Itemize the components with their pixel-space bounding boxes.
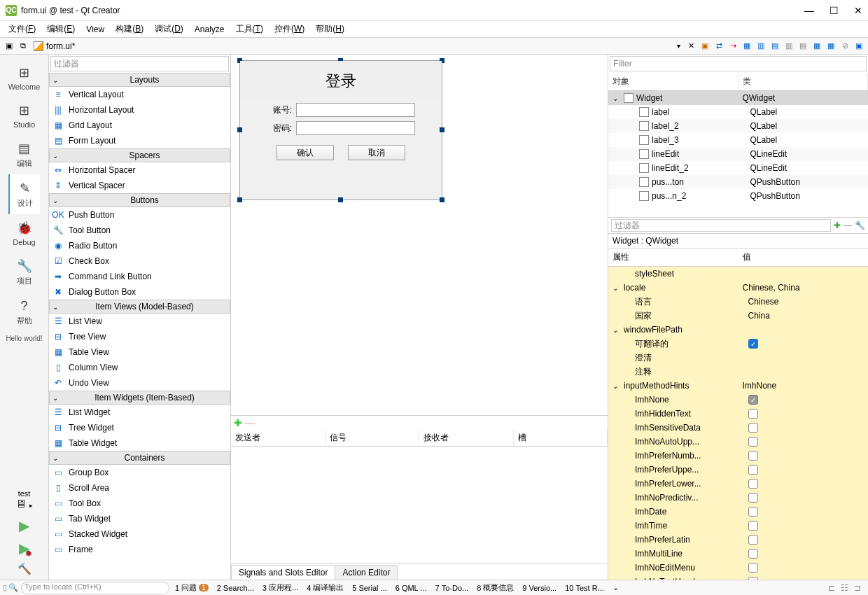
property-row[interactable]: 注释 bbox=[608, 365, 868, 379]
widget-item[interactable]: ⇔Horizontal Spacer bbox=[49, 162, 230, 178]
property-row[interactable]: ImhNone✓ bbox=[608, 393, 868, 407]
widget-item[interactable]: ↶Undo View bbox=[49, 375, 230, 391]
checkbox[interactable] bbox=[748, 423, 758, 433]
widget-category[interactable]: ⌄Spacers bbox=[49, 148, 230, 162]
adjust-size-icon[interactable]: ▣ bbox=[853, 40, 865, 52]
checkbox[interactable] bbox=[748, 409, 758, 419]
remove-property-icon[interactable]: — bbox=[844, 220, 852, 230]
property-row[interactable]: ImhPreferNumb... bbox=[608, 449, 868, 463]
menu-item[interactable]: 工具(T) bbox=[230, 21, 269, 37]
widget-item[interactable]: ⊟Tree Widget bbox=[49, 420, 230, 435]
account-label[interactable]: 账号: bbox=[267, 104, 292, 116]
mode-debug[interactable]: 🐞Debug bbox=[8, 214, 41, 252]
checkbox[interactable] bbox=[748, 535, 758, 545]
object-inspector-tree[interactable]: ⌄WidgetQWidgetlabelQLabellabel_2QLabella… bbox=[608, 91, 868, 217]
checkbox[interactable] bbox=[748, 493, 758, 503]
property-row[interactable]: 语言Chinese bbox=[608, 295, 868, 309]
add-property-icon[interactable]: ✚ bbox=[834, 220, 841, 230]
property-row[interactable]: 国家China bbox=[608, 309, 868, 323]
widget-item[interactable]: ≡Vertical Layout bbox=[49, 87, 230, 102]
widget-item[interactable]: ▯Scroll Area bbox=[49, 480, 230, 496]
sigslot-column[interactable]: 发送者 bbox=[231, 430, 326, 446]
statusbar-left-icon[interactable]: ▯ bbox=[3, 583, 7, 592]
mode-设计[interactable]: ✎设计 bbox=[8, 174, 41, 214]
locator[interactable]: 🔍 Type to locate (Ctrl+K) bbox=[8, 582, 169, 594]
widget-item[interactable]: |||Horizontal Layout bbox=[49, 102, 230, 118]
property-row[interactable]: ImhMultiLine bbox=[608, 547, 868, 561]
property-row[interactable]: 可翻译的✓ bbox=[608, 337, 868, 351]
widget-item[interactable]: ▦Grid Layout bbox=[49, 118, 230, 133]
widget-category[interactable]: ⌄Layouts bbox=[49, 73, 230, 87]
kit-selector[interactable]: test 🖥 ▸ bbox=[0, 486, 48, 513]
widget-category[interactable]: ⌄Containers bbox=[49, 451, 230, 465]
build-icon[interactable]: 🔨 bbox=[18, 562, 31, 575]
menu-item[interactable]: Analyze bbox=[189, 22, 230, 36]
property-filter[interactable]: 过滤器 bbox=[611, 219, 831, 232]
close-icon[interactable]: ✕ bbox=[854, 5, 862, 16]
mode-帮助[interactable]: ?帮助 bbox=[8, 292, 41, 332]
menu-item[interactable]: 文件(F) bbox=[3, 21, 41, 37]
widget-item[interactable]: ▭Tool Box bbox=[49, 496, 230, 511]
checkbox[interactable] bbox=[748, 479, 758, 489]
property-row[interactable]: ImhTime bbox=[608, 519, 868, 533]
widget-item[interactable]: ⇕Vertical Spacer bbox=[49, 178, 230, 193]
object-row[interactable]: label_3QLabel bbox=[608, 133, 868, 147]
maximize-icon[interactable]: ☐ bbox=[830, 5, 839, 16]
checkbox[interactable] bbox=[748, 507, 758, 517]
property-row[interactable]: ImhSensitiveData bbox=[608, 421, 868, 435]
checkbox[interactable] bbox=[748, 577, 758, 580]
widget-item[interactable]: ☑Check Box bbox=[49, 253, 230, 269]
expand-icon[interactable]: ⌄ bbox=[612, 284, 621, 292]
remove-icon[interactable]: — bbox=[245, 417, 255, 428]
menu-item[interactable]: View bbox=[80, 22, 110, 36]
property-row[interactable]: ImhNoAutoUpp... bbox=[608, 435, 868, 449]
property-row[interactable]: ImhPreferLower... bbox=[608, 477, 868, 491]
widget-item[interactable]: ☰List View bbox=[49, 314, 230, 329]
widget-item[interactable]: ▭Stacked Widget bbox=[49, 526, 230, 542]
chevron-down-icon[interactable]: ▾ bbox=[677, 42, 680, 50]
wrench-icon[interactable]: 🔧 bbox=[855, 220, 865, 230]
widget-item[interactable]: ▦Table Widget bbox=[49, 435, 230, 451]
output-pane-tab[interactable]: 5 Serial ... bbox=[348, 582, 391, 593]
widget-item[interactable]: ☰List Widget bbox=[49, 405, 230, 420]
property-grid[interactable]: styleSheet⌄localeChinese, China语言Chinese… bbox=[608, 267, 868, 580]
toolbar-copy-icon[interactable]: ⧉ bbox=[17, 40, 29, 52]
menu-item[interactable]: 帮助(H) bbox=[310, 21, 350, 37]
widget-item[interactable]: 🔧Tool Button bbox=[49, 223, 230, 238]
form-title-label[interactable]: 登录 bbox=[240, 61, 442, 99]
form-widget[interactable]: 登录 账号: 密码: 确认 取消 bbox=[239, 60, 442, 200]
layout-h-split-icon[interactable]: ▥ bbox=[783, 40, 795, 52]
property-row[interactable]: ⌄inputMethodHintsImhNone bbox=[608, 379, 868, 393]
output-pane-tab[interactable]: 10 Test R... bbox=[561, 582, 608, 593]
object-row[interactable]: labelQLabel bbox=[608, 105, 868, 119]
checkbox[interactable]: ✓ bbox=[748, 395, 758, 405]
checkbox[interactable] bbox=[748, 521, 758, 531]
obj-column[interactable]: 对象 bbox=[608, 73, 738, 90]
widgetbox-list[interactable]: ⌄Layouts≡Vertical Layout|||Horizontal La… bbox=[49, 73, 230, 580]
output-pane-tab[interactable]: 7 To-Do... bbox=[431, 582, 473, 593]
checkbox[interactable] bbox=[748, 465, 758, 475]
property-row[interactable]: ImhHiddenText bbox=[608, 407, 868, 421]
output-pane-tab[interactable]: 9 Versio... bbox=[518, 582, 561, 593]
checkbox[interactable] bbox=[748, 563, 758, 573]
debug-run-icon[interactable]: ▶🐞 bbox=[19, 540, 29, 556]
resize-handle[interactable] bbox=[440, 197, 444, 202]
locator-input[interactable]: Type to locate (Ctrl+K) bbox=[21, 582, 169, 594]
property-row[interactable]: ImhPreferUppe... bbox=[608, 463, 868, 477]
mode-studio[interactable]: ⊞Studio bbox=[8, 97, 41, 134]
widget-item[interactable]: ▤Form Layout bbox=[49, 133, 230, 148]
output-pane-tab[interactable]: 8 概要信息 bbox=[472, 582, 518, 593]
property-row[interactable]: 澄清 bbox=[608, 351, 868, 365]
menu-item[interactable]: 构建(B) bbox=[110, 21, 149, 37]
prop-column[interactable]: 属性 bbox=[608, 248, 738, 266]
close-doc-icon[interactable]: ✕ bbox=[685, 40, 697, 52]
edit-widgets-icon[interactable]: ▣ bbox=[699, 40, 711, 52]
toggle-sidebar-icon[interactable]: ⊏ bbox=[828, 583, 835, 593]
cancel-button[interactable]: 取消 bbox=[348, 145, 405, 160]
widget-category[interactable]: ⌄Buttons bbox=[49, 193, 230, 207]
widget-item[interactable]: ▦Table View bbox=[49, 344, 230, 360]
expand-icon[interactable]: ⌄ bbox=[612, 382, 621, 390]
object-row[interactable]: pus...n_2QPushButton bbox=[608, 189, 868, 203]
widget-item[interactable]: ▭Tab Widget bbox=[49, 511, 230, 526]
obj-column[interactable]: 类 bbox=[738, 73, 869, 90]
